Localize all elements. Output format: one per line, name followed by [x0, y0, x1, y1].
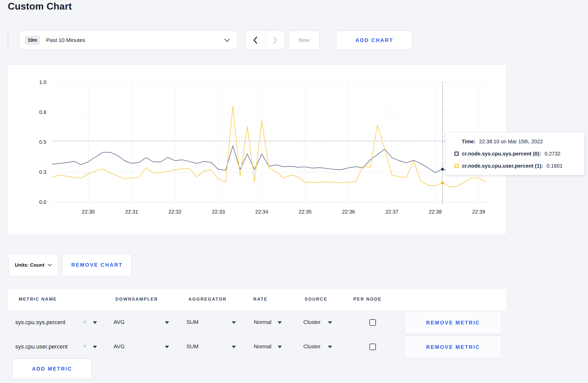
svg-text:22:35: 22:35 — [299, 209, 312, 215]
per-node-checkbox[interactable] — [369, 344, 376, 350]
col-header-downsampler: DOWNSAMPLER — [115, 297, 158, 302]
tooltip-series-value: 0.2732 — [545, 151, 561, 157]
clear-metric-icon[interactable]: × — [83, 318, 86, 325]
tooltip-series-label: cr.node.sys.cpu.sys.percent (0): — [462, 151, 541, 157]
remove-chart-label: REMOVE CHART — [71, 262, 123, 268]
col-header-rate: RATE — [253, 297, 268, 302]
svg-text:22:36: 22:36 — [342, 209, 355, 215]
caret-down-icon[interactable] — [165, 346, 169, 348]
time-range-selector[interactable]: 10m Past 10 Minutes — [19, 31, 237, 50]
next-time-button[interactable] — [265, 31, 285, 49]
tooltip-series-value: 0.1601 — [547, 163, 562, 169]
svg-text:0.5: 0.5 — [39, 139, 46, 145]
svg-text:22:31: 22:31 — [125, 209, 138, 215]
caret-down-icon[interactable] — [278, 346, 282, 348]
per-node-checkbox[interactable] — [369, 319, 376, 326]
metric-row-user-percent: sys.cpu.user.percent × AVG SUM Normal Cl… — [8, 335, 506, 359]
add-metric-button[interactable]: ADD METRIC — [12, 359, 92, 379]
caret-down-icon[interactable] — [165, 321, 169, 324]
chevron-down-icon — [224, 38, 230, 42]
now-button-label: Now — [299, 37, 310, 43]
col-header-aggregator: AGGREGATOR — [188, 297, 227, 302]
time-range-label: Past 10 Minutes — [46, 37, 85, 43]
tooltip-time-label: Time: — [462, 139, 475, 145]
custom-chart-page: Custom Chart 10m Past 10 Minutes Now ADD… — [0, 0, 588, 383]
aggregator-select[interactable]: SUM — [186, 319, 199, 325]
tooltip-time-row: Time: 22:38:10 on Mar 15th, 2022 — [462, 138, 584, 145]
clear-metric-icon[interactable]: × — [83, 343, 86, 350]
add-chart-label: ADD CHART — [355, 37, 393, 43]
chevron-right-icon — [273, 36, 277, 44]
downsampler-select[interactable]: AVG — [114, 319, 125, 325]
rate-select[interactable]: Normal — [254, 319, 271, 325]
source-select[interactable]: Cluster — [303, 343, 321, 350]
aggregator-select[interactable]: SUM — [186, 343, 199, 350]
add-chart-button[interactable]: ADD CHART — [336, 31, 412, 50]
svg-text:22:30: 22:30 — [82, 209, 95, 215]
caret-down-icon[interactable] — [328, 346, 332, 348]
tooltip-time-value: 22:38:10 on Mar 15th, 2022 — [479, 139, 543, 145]
time-range-badge: 10m — [25, 36, 40, 45]
metric-name-select[interactable]: sys.cpu.sys.percent — [15, 319, 65, 326]
cpu-percent-chart[interactable]: 0.00.30.50.81.022:3022:3122:3222:3322:34… — [8, 65, 507, 235]
svg-text:22:37: 22:37 — [385, 209, 398, 215]
remove-chart-button[interactable]: REMOVE CHART — [62, 254, 132, 276]
downsampler-select[interactable]: AVG — [114, 343, 125, 350]
tooltip-series-label: cr.node.sys.cpu.user.percent (1): — [462, 163, 543, 169]
user-percent-swatch-icon — [454, 164, 459, 168]
caret-down-icon[interactable] — [328, 321, 332, 324]
caret-down-icon[interactable] — [93, 321, 97, 324]
chart-card: 0.00.30.50.81.022:3022:3122:3222:3322:34… — [8, 65, 506, 235]
add-metric-label: ADD METRIC — [32, 366, 72, 372]
chart-hover-tooltip: Time: 22:38:10 on Mar 15th, 2022 cr.node… — [445, 132, 585, 175]
caret-down-icon[interactable] — [232, 346, 236, 348]
col-header-metric-name: METRIC NAME — [19, 297, 57, 302]
col-header-source: SOURCE — [305, 297, 327, 302]
chevron-left-icon — [253, 36, 258, 44]
svg-text:22:33: 22:33 — [212, 209, 225, 215]
caret-down-icon[interactable] — [278, 321, 282, 324]
svg-text:22:38: 22:38 — [429, 209, 442, 215]
caret-down-icon[interactable] — [93, 346, 97, 348]
remove-metric-button[interactable]: REMOVE METRIC — [404, 311, 502, 334]
svg-text:0.8: 0.8 — [39, 109, 46, 115]
page-title: Custom Chart — [8, 1, 72, 12]
time-step-group — [246, 31, 285, 50]
tooltip-series-row: cr.node.sys.cpu.sys.percent (0): 0.2732 — [454, 150, 584, 157]
svg-text:1.0: 1.0 — [39, 79, 46, 85]
tooltip-series-row: cr.node.sys.cpu.user.percent (1): 0.1601 — [454, 162, 584, 169]
metrics-table-header: METRIC NAME DOWNSAMPLER AGGREGATOR RATE … — [8, 289, 506, 310]
sys-percent-swatch-icon — [454, 152, 459, 156]
remove-metric-label: REMOVE METRIC — [426, 320, 480, 326]
svg-text:22:32: 22:32 — [169, 209, 181, 215]
chevron-down-icon — [47, 264, 52, 266]
metric-row-sys-percent: sys.cpu.sys.percent × AVG SUM Normal Clu… — [8, 310, 506, 335]
caret-down-icon[interactable] — [232, 321, 236, 324]
col-header-per-node: PER NODE — [353, 297, 382, 302]
prev-time-button[interactable] — [246, 31, 265, 49]
svg-text:22:34: 22:34 — [255, 209, 268, 215]
units-dropdown[interactable]: Units: Count — [9, 254, 58, 276]
svg-text:0.3: 0.3 — [39, 169, 46, 175]
rate-select[interactable]: Normal — [254, 343, 271, 350]
metric-name-select[interactable]: sys.cpu.user.percent — [15, 343, 68, 350]
units-label: Units: Count — [15, 262, 44, 268]
svg-text:0.0: 0.0 — [39, 199, 46, 205]
now-button[interactable]: Now — [289, 31, 319, 50]
svg-text:22:39: 22:39 — [472, 209, 485, 215]
source-select[interactable]: Cluster — [303, 319, 321, 325]
remove-metric-button[interactable]: REMOVE METRIC — [404, 336, 502, 358]
remove-metric-label: REMOVE METRIC — [426, 344, 480, 350]
toolbar-left-divider — [8, 31, 8, 50]
